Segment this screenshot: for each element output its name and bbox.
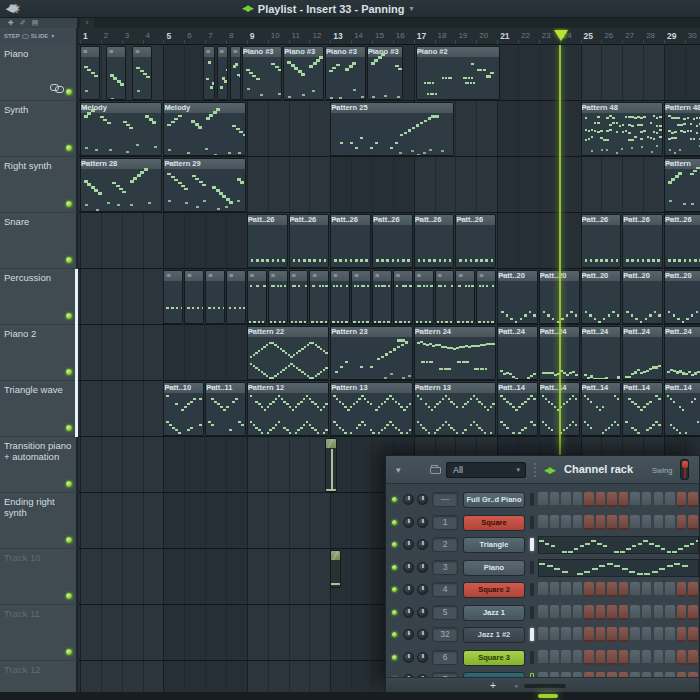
track-header[interactable]: Right synth [0,157,78,213]
track-mute-led[interactable] [66,649,72,655]
clip-menu-icon[interactable]: ≡ [354,271,358,281]
link-icon[interactable] [50,84,62,92]
pattern-clip[interactable]: ≡Patt..26 [414,214,455,268]
window-title-area[interactable]: ◀▶ Playlist - Insert 33 - Panning ▾ [242,0,414,18]
step-page-indicator[interactable] [530,493,534,506]
ruler-bar-number[interactable]: 18 [438,31,447,40]
ruler-bar-number[interactable]: 6 [187,31,191,40]
clip-menu-icon[interactable]: ≡ [417,271,421,281]
step-button[interactable] [630,650,640,665]
clip-menu-icon[interactable]: ≡ [109,47,113,57]
step-button[interactable] [550,582,560,597]
ruler-bar-number[interactable]: 28 [646,31,655,40]
pattern-clip[interactable]: ≡Pattern 25 [330,102,454,156]
step-button[interactable] [607,627,617,642]
step-button[interactable] [561,492,571,507]
clip-header[interactable]: ≡Patt..24 [623,327,662,337]
channel-pan-knob[interactable] [403,584,414,595]
pattern-clip[interactable]: ≡Patt..24 [497,326,538,380]
track-mute-led[interactable] [66,481,72,487]
clip-header[interactable]: ≡Patt..20 [498,271,537,281]
step-toggle-icon[interactable] [22,34,29,39]
clip-menu-icon[interactable]: ≡ [250,271,254,281]
step-slide-controls[interactable]: STEP SLIDE ▾ [0,28,78,45]
pattern-clip[interactable]: ≡Patt..26 [330,214,371,268]
clip-header[interactable]: ≡Patt..24 [665,327,700,337]
pattern-clip[interactable]: ╱ [330,550,340,588]
channel-mute-led[interactable] [392,542,397,547]
ruler-bar-number[interactable]: 21 [500,31,509,41]
clip-header[interactable]: ╱ [326,439,336,448]
step-button[interactable] [573,605,583,620]
pattern-clip[interactable]: ≡Pattern 48 [664,102,700,156]
clip-header[interactable]: ≡ [164,271,182,281]
pattern-clip[interactable]: ≡ [205,270,225,324]
pattern-clip[interactable]: ≡ [309,270,329,324]
clip-menu-icon[interactable]: ╱ [328,439,333,448]
clip-menu-icon[interactable]: ≡ [292,271,296,281]
pattern-clip[interactable]: ≡Patt..20 [497,270,538,324]
channel-number[interactable]: 2 [432,537,458,552]
channel-name-button[interactable]: Jazz 1 [463,605,525,621]
ruler-bar-number[interactable]: 8 [229,31,233,40]
step-button[interactable] [538,605,548,620]
step-button[interactable] [596,515,606,530]
step-button[interactable] [642,605,652,620]
step-button[interactable] [584,492,594,507]
clip-header[interactable]: ≡Patt..26 [248,215,287,225]
step-button[interactable] [607,650,617,665]
clip-header[interactable]: ≡Pattern 48 [582,103,662,113]
pattern-clip[interactable]: ≡ [455,270,475,324]
step-page-indicator[interactable] [530,628,534,641]
clip-header[interactable]: ≡ [185,271,203,281]
step-button[interactable] [538,515,548,530]
clip-header[interactable]: ≡Patt..20 [665,271,700,281]
channel-pan-knob[interactable] [403,629,414,640]
step-button[interactable] [561,605,571,620]
step-button[interactable] [677,492,687,507]
ruler-bar-number[interactable]: 10 [271,31,280,40]
track-mute-led[interactable] [66,369,72,375]
step-button[interactable] [550,605,560,620]
step-button[interactable] [550,627,560,642]
pattern-clip[interactable]: ≡Patt..26 [622,214,663,268]
clip-menu-icon[interactable]: ≡ [479,271,483,281]
playhead-marker-icon[interactable] [554,30,568,41]
step-button[interactable] [688,627,698,642]
clip-header[interactable]: ≡ [81,47,99,57]
pattern-clip[interactable]: ≡Patt..24 [622,326,663,380]
clip-header[interactable]: ≡Piano #3 [284,47,323,57]
step-button[interactable] [619,582,629,597]
clip-menu-icon[interactable]: ≡ [396,271,400,281]
clip-header[interactable]: ≡Patt..14 [498,383,537,393]
rack-grip-handle[interactable] [534,463,537,477]
track-mute-led[interactable] [66,425,72,431]
step-button[interactable] [665,650,675,665]
track-mute-led[interactable] [66,537,72,543]
channel-volume-knob[interactable] [417,629,428,640]
clip-header[interactable]: ≡Piano #2 [417,47,500,57]
clip-menu-icon[interactable]: ≡ [206,47,210,57]
step-page-indicator[interactable] [530,651,534,664]
pattern-clip[interactable]: ≡Patt..26 [289,214,330,268]
step-button[interactable] [607,515,617,530]
clip-header[interactable]: ≡Pattern 24 [415,327,495,337]
clip-header[interactable]: ≡Patt..24 [582,327,621,337]
title-caret-icon[interactable]: ▾ [410,0,414,18]
step-button[interactable] [550,650,560,665]
step-page-indicator[interactable] [530,538,534,551]
rack-scrollbar-handle[interactable] [524,684,566,688]
channel-name-button[interactable]: Square [463,515,525,531]
step-button[interactable] [596,627,606,642]
clip-header[interactable]: ≡Patt..26 [582,215,621,225]
channel-volume-knob[interactable] [417,562,428,573]
pattern-clip[interactable]: ≡Piano #2 [416,46,501,100]
ruler-bar-number[interactable]: 1 [83,31,88,41]
clip-menu-icon[interactable]: ≡ [135,47,139,57]
clip-header[interactable]: ≡Pattern 12 [248,383,328,393]
track-mute-led[interactable] [66,593,72,599]
step-button[interactable] [642,627,652,642]
step-button[interactable] [688,605,698,620]
pattern-clip[interactable]: ≡Patt..20 [622,270,663,324]
step-button[interactable] [607,492,617,507]
